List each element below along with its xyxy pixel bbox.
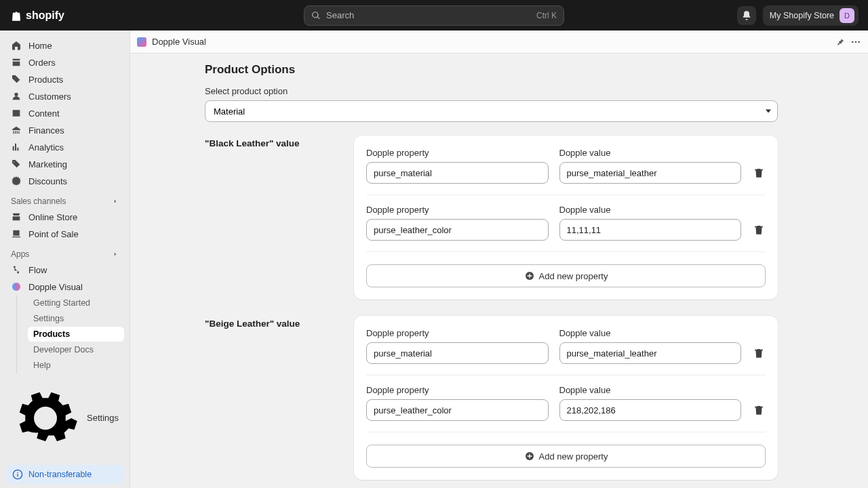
page-title: Product Options — [205, 63, 778, 77]
svg-point-4 — [858, 41, 860, 43]
shopify-logo[interactable]: shopify — [9, 8, 64, 23]
sidebar-channel-pos[interactable]: Point of Sale — [5, 226, 124, 242]
store-icon — [11, 211, 22, 222]
pin-icon[interactable] — [835, 37, 845, 47]
value-label: Dopple value — [559, 148, 742, 158]
sidebar-item-customers[interactable]: Customers — [5, 88, 124, 104]
sidebar-item-products[interactable]: Products — [5, 71, 124, 87]
dopple-value-input[interactable] — [559, 162, 742, 184]
sidebar-channel-online-store[interactable]: Online Store — [5, 209, 124, 225]
dopple-value-input[interactable] — [559, 219, 742, 241]
value-label: Dopple value — [559, 205, 742, 215]
notifications-button[interactable] — [737, 6, 756, 25]
sidebar-item-orders[interactable]: Orders — [5, 54, 124, 70]
sidebar-item-label: Customers — [28, 92, 71, 102]
product-option-select[interactable]: Material — [205, 100, 778, 122]
search-input[interactable]: Search Ctrl K — [304, 5, 564, 26]
plus-circle-icon — [524, 270, 535, 281]
delete-property-button[interactable] — [752, 342, 766, 364]
delete-property-button[interactable] — [752, 399, 766, 421]
dopple-property-input[interactable] — [366, 162, 549, 184]
subnav-getting-started[interactable]: Getting Started — [28, 296, 124, 310]
avatar: D — [840, 8, 854, 23]
add-property-label: Add new property — [539, 271, 608, 281]
option-value-card: Dopple propertyDopple valueDopple proper… — [354, 316, 778, 480]
main: Dopple Visual Product Options Select pro… — [130, 30, 868, 488]
sidebar-item-label: Online Store — [28, 212, 77, 222]
add-property-button[interactable]: Add new property — [366, 445, 766, 468]
more-icon[interactable] — [850, 37, 861, 47]
property-row: Dopple propertyDopple value — [366, 328, 766, 375]
app-name: Dopple Visual — [152, 37, 206, 47]
trash-icon — [753, 224, 765, 236]
dopple-property-input[interactable] — [366, 399, 549, 421]
gear-icon — [11, 384, 80, 453]
store-switcher[interactable]: My Shopify Store D — [763, 5, 859, 26]
dopple-value-input[interactable] — [559, 399, 742, 421]
option-value-block: "Beige Leather" valueDopple propertyDopp… — [205, 316, 778, 480]
dopple-property-input[interactable] — [366, 219, 549, 241]
sidebar-item-content[interactable]: Content — [5, 105, 124, 121]
value-label: Dopple value — [559, 328, 742, 338]
sidebar-app-flow[interactable]: Flow — [5, 262, 124, 278]
search-shortcut: Ctrl K — [536, 11, 557, 20]
trash-icon — [753, 167, 765, 179]
add-property-label: Add new property — [539, 451, 608, 462]
property-label: Dopple property — [366, 205, 549, 215]
subnav-help[interactable]: Help — [28, 358, 124, 373]
property-row: Dopple propertyDopple value — [366, 195, 766, 251]
property-label: Dopple property — [366, 385, 549, 395]
sidebar-section-apps[interactable]: Apps — [0, 243, 130, 262]
sidebar-item-label: Analytics — [28, 142, 64, 152]
analytics-icon — [11, 142, 22, 152]
sidebar-item-home[interactable]: Home — [5, 37, 124, 54]
property-label: Dopple property — [366, 148, 549, 158]
subnav-settings[interactable]: Settings — [28, 311, 124, 326]
subnav-developer-docs[interactable]: Developer Docs — [28, 342, 124, 357]
sidebar-item-label: Content — [28, 108, 60, 119]
value-label: Dopple value — [559, 385, 742, 395]
content-scroll[interactable]: Product Options Select product option Ma… — [130, 54, 868, 488]
svg-point-3 — [855, 41, 857, 43]
sidebar-app-dopple[interactable]: Dopple Visual — [5, 279, 124, 295]
sidebar-item-marketing[interactable]: Marketing — [5, 156, 124, 172]
property-row: Dopple propertyDopple value — [366, 148, 766, 195]
store-name: My Shopify Store — [770, 11, 834, 20]
pill-label: Non-transferable — [28, 470, 92, 479]
sidebar-item-discounts[interactable]: Discounts — [5, 173, 124, 189]
sidebar: Home Orders Products Customers Content F… — [0, 30, 130, 488]
sidebar-item-label: Settings — [87, 413, 119, 423]
search-icon — [311, 11, 321, 20]
sidebar-item-label: Point of Sale — [28, 229, 79, 239]
property-row: Dopple propertyDopple value — [366, 375, 766, 432]
sidebar-section-channels[interactable]: Sales channels — [0, 190, 130, 209]
orders-icon — [11, 57, 22, 68]
svg-point-0 — [12, 283, 20, 291]
sidebar-app-subnav: Getting Started Settings Products Develo… — [16, 296, 130, 373]
sidebar-section-label: Sales channels — [11, 197, 66, 206]
sidebar-item-finances[interactable]: Finances — [5, 122, 124, 138]
bell-icon — [741, 10, 752, 21]
dopple-property-input[interactable] — [366, 342, 549, 364]
plus-circle-icon — [524, 451, 535, 462]
info-icon — [12, 469, 23, 480]
add-property-button[interactable]: Add new property — [366, 264, 766, 287]
marketing-icon — [11, 159, 22, 169]
svg-point-2 — [852, 41, 854, 43]
flow-icon — [11, 264, 22, 275]
content-icon — [11, 108, 22, 119]
option-value-block: "Black Leather" valueDopple propertyDopp… — [205, 136, 778, 300]
non-transferable-pill[interactable]: Non-transferable — [5, 465, 124, 484]
sidebar-item-label: Orders — [28, 58, 56, 68]
option-value-title: "Beige Leather" value — [205, 316, 340, 480]
subnav-products[interactable]: Products — [28, 327, 124, 342]
delete-property-button[interactable] — [752, 219, 766, 241]
sidebar-item-label: Marketing — [28, 159, 67, 169]
sidebar-item-analytics[interactable]: Analytics — [5, 139, 124, 155]
sidebar-item-label: Flow — [28, 265, 47, 275]
dopple-value-input[interactable] — [559, 342, 742, 364]
topbar: shopify Search Ctrl K My Shopify Store D — [0, 0, 868, 30]
delete-property-button[interactable] — [752, 162, 766, 184]
discounts-icon — [11, 176, 22, 186]
sidebar-settings[interactable]: Settings — [5, 381, 124, 455]
